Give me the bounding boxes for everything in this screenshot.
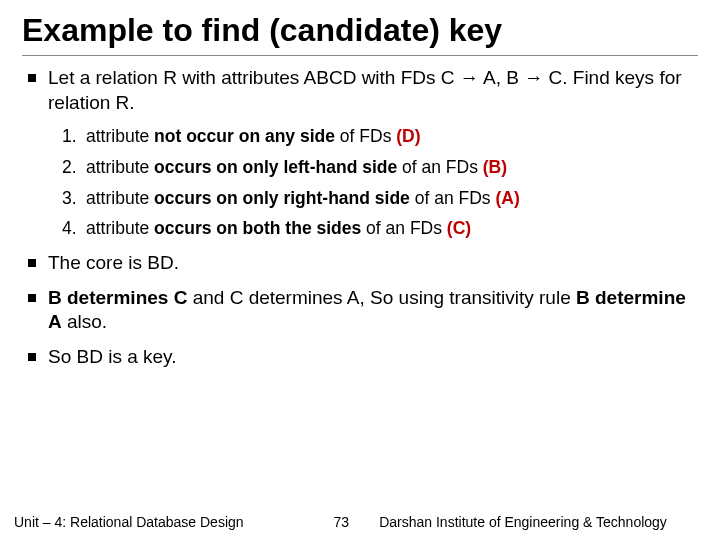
list-number: 1.: [62, 125, 86, 149]
list-text: attribute occurs on both the sides of an…: [86, 217, 471, 241]
list-number: 2.: [62, 156, 86, 180]
square-bullet-icon: [28, 294, 36, 302]
list-item: 4. attribute occurs on both the sides of…: [62, 217, 698, 241]
bullet-item: Let a relation R with attributes ABCD wi…: [28, 66, 698, 115]
list-number: 3.: [62, 187, 86, 211]
bullet-item: So BD is a key.: [28, 345, 698, 370]
bullet-text: The core is BD.: [48, 251, 179, 276]
list-text: attribute not occur on any side of FDs (…: [86, 125, 421, 149]
bullet-text: B determines C and C determines A, So us…: [48, 286, 698, 335]
square-bullet-icon: [28, 74, 36, 82]
slide-title: Example to find (candidate) key: [22, 12, 698, 56]
footer-page-number: 73: [334, 514, 350, 530]
bullet-text: Let a relation R with attributes ABCD wi…: [48, 66, 698, 115]
bullet-item: B determines C and C determines A, So us…: [28, 286, 698, 335]
bullet-text: So BD is a key.: [48, 345, 176, 370]
numbered-list: 1. attribute not occur on any side of FD…: [62, 125, 698, 241]
slide-body: Example to find (candidate) key Let a re…: [0, 0, 720, 370]
square-bullet-icon: [28, 259, 36, 267]
square-bullet-icon: [28, 353, 36, 361]
bullet-item: The core is BD.: [28, 251, 698, 276]
list-text: attribute occurs on only right-hand side…: [86, 187, 520, 211]
footer-institution: Darshan Institute of Engineering & Techn…: [379, 514, 706, 530]
list-item: 2. attribute occurs on only left-hand si…: [62, 156, 698, 180]
list-item: 3. attribute occurs on only right-hand s…: [62, 187, 698, 211]
list-number: 4.: [62, 217, 86, 241]
list-item: 1. attribute not occur on any side of FD…: [62, 125, 698, 149]
list-text: attribute occurs on only left-hand side …: [86, 156, 507, 180]
slide-footer: Unit – 4: Relational Database Design 73 …: [0, 506, 720, 540]
footer-unit: Unit – 4: Relational Database Design: [14, 514, 244, 530]
